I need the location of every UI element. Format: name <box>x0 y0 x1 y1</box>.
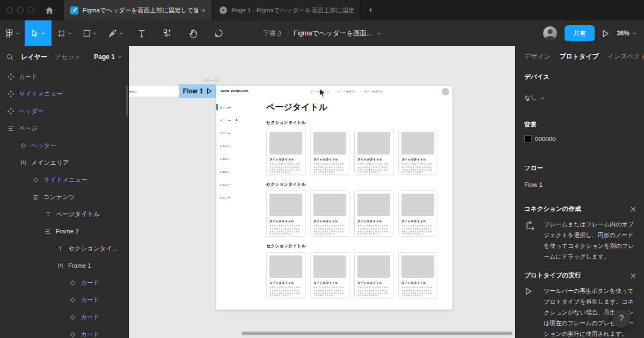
layer-row[interactable]: カード <box>0 291 128 308</box>
flow-row[interactable]: Flow 1 <box>524 181 543 188</box>
layer-row[interactable]: Frame 2 <box>0 223 128 240</box>
card[interactable]: タイトルタイトル テキストテキストテキストテキストテキストテキストテキストテキス… <box>398 129 437 175</box>
layer-row[interactable]: Frame 1 <box>0 257 128 274</box>
card[interactable]: タイトルタイトル テキストテキストテキストテキストテキストテキストテキストテキス… <box>398 190 437 237</box>
layer-row[interactable]: ヘッダー <box>0 102 128 120</box>
flow-badge[interactable]: Flow 1 <box>179 84 216 98</box>
present-button[interactable] <box>602 30 609 38</box>
card[interactable]: タイトルタイトル テキストテキストテキストテキストテキストテキストテキストテキス… <box>310 252 349 298</box>
figma-file-icon <box>70 6 78 14</box>
tab-layers[interactable]: レイヤー <box>21 53 47 62</box>
file-tab-active[interactable]: Figmaでヘッダーを画面上部に固定して追 × <box>63 0 213 20</box>
layer-row[interactable]: ヘッダー <box>0 137 128 154</box>
shape-tool-button[interactable] <box>77 20 103 46</box>
layer-row[interactable]: カード <box>0 68 128 85</box>
layer-type-icon <box>69 297 76 303</box>
pen-tool-button[interactable] <box>103 20 129 46</box>
new-tab-button[interactable]: + <box>368 5 373 15</box>
move-tool-button[interactable] <box>25 20 52 46</box>
panel-tab[interactable]: プロトタイプ <box>559 52 599 61</box>
design-frame[interactable]: wentz-design.com メニューボタン メニューボタン メニューボタン… <box>216 86 452 310</box>
share-button[interactable]: 共有 <box>565 25 595 41</box>
main-menu-button[interactable] <box>0 20 25 46</box>
project-name[interactable]: 下書き <box>263 29 283 38</box>
card[interactable]: タイトルタイトル テキストテキストテキストテキストテキストテキストテキストテキス… <box>310 190 349 237</box>
layer-name: メインエリア <box>31 159 69 167</box>
layer-name: カード <box>19 73 38 81</box>
section-title[interactable]: セクションタイトル <box>266 181 443 188</box>
layer-row[interactable]: カード <box>0 326 128 338</box>
panel-tab[interactable]: デザイン <box>524 52 551 61</box>
card[interactable]: タイトルタイトル テキストテキストテキストテキストテキストテキストテキストテキス… <box>310 129 349 175</box>
layer-row[interactable]: ページタイトル <box>0 205 128 223</box>
close-icon[interactable] <box>630 206 636 212</box>
tab-title: Figmaでヘッダーを画面上部に固定して追 <box>83 6 198 14</box>
rectangle-tool-icon <box>83 30 91 37</box>
zoom-value: 36% <box>617 30 630 37</box>
canvas[interactable]: ページ ボタン Flow 1 wentz-design.com メニューボタン … <box>129 46 515 338</box>
zoom-menu[interactable]: 36% <box>617 30 636 37</box>
device-selector[interactable]: なし <box>524 94 545 102</box>
horizontal-scrollbar[interactable] <box>241 332 513 335</box>
window-close-button[interactable] <box>6 7 13 13</box>
window-minimize-button[interactable] <box>17 7 24 13</box>
file-tab-inactive[interactable]: Page 1 - Figmaでヘッダーを画面上部に固定 <box>213 0 361 20</box>
page-selector[interactable]: Page 1 <box>94 53 122 61</box>
close-icon[interactable] <box>630 273 636 279</box>
layer-row[interactable]: コンテンツ <box>0 188 128 205</box>
tab-assets[interactable]: アセット <box>55 53 81 62</box>
card[interactable]: タイトルタイトル テキストテキストテキストテキストテキストテキストテキストテキス… <box>266 190 305 237</box>
chevron-down-icon <box>93 31 97 35</box>
card-title: タイトルタイトル <box>401 219 428 223</box>
breadcrumb[interactable]: 下書き / Figmaでヘッダーを画面... <box>263 20 382 46</box>
layer-row[interactable]: サイドメニュー <box>0 85 128 102</box>
window-zoom-button[interactable] <box>28 7 34 13</box>
card[interactable]: タイトルタイトル テキストテキストテキストテキストテキストテキストテキストテキス… <box>266 129 305 175</box>
hand-tool-button[interactable] <box>180 20 206 46</box>
card[interactable]: タイトルタイトル テキストテキストテキストテキストテキストテキストテキストテキス… <box>354 190 393 237</box>
card-image-placeholder <box>357 132 390 155</box>
card[interactable]: タイトルタイトル テキストテキストテキストテキストテキストテキストテキストテキス… <box>354 129 393 175</box>
card[interactable]: タイトルタイトル テキストテキストテキストテキストテキストテキストテキストテキス… <box>266 252 305 298</box>
layers-scrollbar[interactable] <box>126 85 128 117</box>
frame-name-label[interactable]: ページ <box>203 77 219 84</box>
background-color-swatch[interactable] <box>524 135 532 143</box>
card[interactable]: タイトルタイトル テキストテキストテキストテキストテキストテキストテキストテキス… <box>354 252 393 298</box>
layer-row[interactable]: サイドメニュー <box>0 171 128 188</box>
card-body-text: テキストテキストテキストテキストテキストテキストテキストテキストテキストテキスト… <box>401 286 434 297</box>
layer-row[interactable]: カード <box>0 274 128 291</box>
user-avatar[interactable] <box>543 26 557 40</box>
layer-type-icon <box>69 314 76 320</box>
search-icon[interactable] <box>6 54 13 61</box>
tab-close-icon[interactable]: × <box>201 6 206 14</box>
layer-row[interactable]: ページ <box>0 120 128 137</box>
flow-play-icon[interactable] <box>207 88 212 94</box>
panel-tab[interactable]: インスペクト <box>608 52 644 61</box>
layer-row[interactable]: メインエリア <box>0 154 128 171</box>
layer-type-icon <box>57 263 63 269</box>
chevron-down-icon <box>119 31 123 35</box>
frame-tool-button[interactable] <box>52 20 77 46</box>
resources-tool-button[interactable] <box>155 20 180 46</box>
layers-panel: レイヤー アセット Page 1 カード サイドメニュー <box>0 46 129 338</box>
layer-row[interactable]: セクションタイ... <box>0 240 128 257</box>
mock-section[interactable]: セクションタイトル タイトルタイトル テキストテキストテキストテキストテキストテ… <box>266 120 443 175</box>
layer-name: セクションタイ... <box>68 245 118 253</box>
card-title: タイトルタイトル <box>313 219 340 223</box>
layer-type-icon <box>8 126 14 131</box>
layer-row[interactable]: カード <box>0 308 128 326</box>
home-button[interactable] <box>43 4 56 17</box>
text-tool-button[interactable] <box>129 20 155 46</box>
chevron-down-icon[interactable] <box>376 31 381 36</box>
section-title[interactable]: セクションタイトル <box>266 243 443 249</box>
card[interactable]: タイトルタイトル テキストテキストテキストテキストテキストテキストテキストテキス… <box>398 252 437 298</box>
mock-section[interactable]: セクションタイトル タイトルタイトル テキストテキストテキストテキストテキストテ… <box>266 243 443 298</box>
comment-tool-button[interactable] <box>206 20 232 46</box>
section-title[interactable]: セクションタイトル <box>266 120 443 126</box>
card-title: タイトルタイトル <box>269 281 296 285</box>
mock-section[interactable]: セクションタイトル タイトルタイトル テキストテキストテキストテキストテキストテ… <box>266 181 443 237</box>
card-row: タイトルタイトル テキストテキストテキストテキストテキストテキストテキストテキス… <box>266 129 443 175</box>
clipped-frame-fragment[interactable]: ボタン <box>129 86 179 97</box>
help-button[interactable]: ? <box>612 310 631 328</box>
background-hex-value[interactable]: 000000 <box>535 136 555 142</box>
